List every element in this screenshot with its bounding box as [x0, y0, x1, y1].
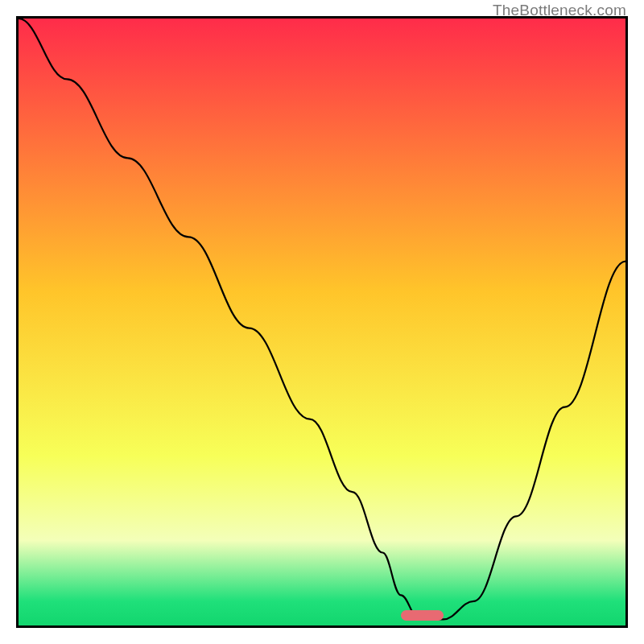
chart-frame: TheBottleneck.com [0, 0, 644, 644]
bottleneck-curve [19, 19, 625, 625]
plot-area [16, 16, 628, 628]
optimum-marker [401, 610, 444, 621]
